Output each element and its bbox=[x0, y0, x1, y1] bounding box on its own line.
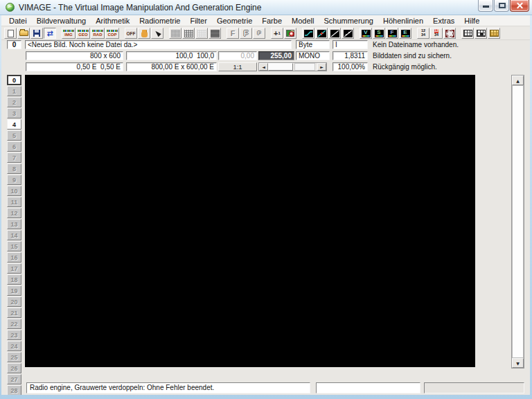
max-value-field[interactable]: 255,00 bbox=[258, 51, 294, 60]
menu-item-extras[interactable]: Extras bbox=[428, 16, 459, 26]
zoom-percent-field[interactable]: 100,00% bbox=[332, 62, 368, 71]
lut-step-button[interactable] bbox=[302, 28, 314, 39]
vertical-scrollbar[interactable]: ▲ ▼ bbox=[511, 75, 524, 369]
image-slot-11[interactable]: 11 bbox=[7, 197, 21, 207]
new-image-button[interactable] bbox=[4, 28, 17, 39]
image-canvas[interactable] bbox=[25, 75, 475, 367]
zoom-scroll-track[interactable] bbox=[294, 63, 315, 71]
lut-s-button[interactable]: S bbox=[373, 28, 385, 39]
raster-dense-button[interactable] bbox=[209, 28, 221, 39]
maximize-button[interactable] bbox=[494, 0, 509, 12]
zoom-scroll-right-icon[interactable]: ► bbox=[317, 63, 326, 71]
data-type-field[interactable]: Byte bbox=[296, 40, 330, 49]
font-small-button[interactable]: F bbox=[253, 28, 265, 39]
image-slot-22[interactable]: 22 bbox=[7, 319, 21, 329]
menu-item-hilfe[interactable]: Hilfe bbox=[459, 16, 484, 26]
cell-table-button[interactable] bbox=[475, 28, 487, 39]
menu-item-bildverwaltung[interactable]: Bildverwaltung bbox=[32, 16, 91, 26]
slot-index-field[interactable]: 0 bbox=[7, 40, 21, 49]
image-slot-8[interactable]: 8 bbox=[7, 163, 21, 174]
image-slot-20[interactable]: 20 bbox=[7, 296, 21, 307]
zoom-scroll-thumb[interactable] bbox=[268, 63, 293, 71]
color-mode-field[interactable]: MONO bbox=[296, 51, 330, 60]
menu-item-arithmetik[interactable]: Arithmetik bbox=[91, 16, 134, 26]
menu-item-farbe[interactable]: Farbe bbox=[257, 16, 287, 26]
menu-item-datei[interactable]: Datei bbox=[4, 16, 32, 26]
minimize-button[interactable] bbox=[478, 0, 493, 12]
value-table-button[interactable]: 1234 bbox=[417, 28, 429, 39]
gamma-field[interactable]: 1,8311 bbox=[332, 51, 368, 60]
image-slot-9[interactable]: 9 bbox=[7, 175, 21, 185]
lut-linear-button[interactable] bbox=[328, 28, 341, 39]
image-slot-5[interactable]: 5 bbox=[7, 130, 21, 141]
image-slot-25[interactable]: 25 bbox=[7, 352, 21, 362]
table-folder-button[interactable] bbox=[488, 28, 500, 39]
pan-hand-button[interactable] bbox=[138, 28, 150, 39]
image-slot-15[interactable]: 15 bbox=[7, 241, 21, 251]
menu-item-radiometrie[interactable]: Radiometrie bbox=[134, 16, 185, 26]
add-point-button[interactable]: +1 bbox=[271, 28, 283, 39]
resolution-field[interactable]: 100,0 100,0 bbox=[126, 51, 217, 60]
menu-item-schummerung[interactable]: Schummerung bbox=[319, 16, 378, 26]
image-slot-7[interactable]: 7 bbox=[7, 152, 21, 163]
title-bar[interactable]: VIMAGE - The Virtual Image Manipulation … bbox=[0, 0, 532, 15]
image-slot-3[interactable]: 3 bbox=[7, 108, 21, 118]
save-image-button[interactable] bbox=[30, 28, 43, 39]
pointer-select-button[interactable] bbox=[151, 28, 163, 39]
cop-data-button[interactable]: COP bbox=[105, 28, 119, 39]
color-image-button[interactable] bbox=[284, 28, 296, 39]
image-slot-0[interactable]: 0 bbox=[7, 75, 21, 85]
lut-marks-button[interactable] bbox=[342, 28, 354, 39]
image-slot-10[interactable]: 10 bbox=[7, 186, 21, 196]
lut-f-button[interactable]: F bbox=[386, 28, 398, 39]
raster-faint-button[interactable] bbox=[195, 28, 208, 39]
font-outline-button[interactable]: F bbox=[240, 28, 252, 39]
vertical-scroll-thumb[interactable] bbox=[512, 85, 524, 358]
image-slot-14[interactable]: 14 bbox=[7, 230, 21, 240]
image-slot-1[interactable]: 1 bbox=[7, 86, 21, 96]
image-slot-16[interactable]: 16 bbox=[7, 252, 21, 263]
image-slot-18[interactable]: 18 bbox=[7, 274, 21, 285]
raster-dither-button[interactable] bbox=[169, 28, 181, 39]
mode-field[interactable]: I bbox=[332, 40, 368, 49]
scroll-down-icon[interactable]: ▼ bbox=[512, 358, 524, 368]
image-slot-6[interactable]: 6 bbox=[7, 141, 21, 152]
grid-table-button[interactable] bbox=[461, 28, 474, 39]
image-slot-21[interactable]: 21 bbox=[7, 308, 21, 318]
font-solid-button[interactable]: F bbox=[227, 28, 239, 39]
menu-item-hoehenlinien[interactable]: Höhenlinien bbox=[378, 16, 428, 26]
image-slot-19[interactable]: 19 bbox=[7, 285, 21, 296]
process-gear-button[interactable] bbox=[443, 28, 456, 39]
zoom-scrollbar[interactable]: ◄ ► bbox=[258, 62, 327, 71]
swap-exchange-button[interactable]: ⇄ bbox=[44, 28, 56, 39]
extent-field[interactable]: 800,00 E x 600,00 E bbox=[126, 62, 217, 71]
zoom-scroll-left-icon[interactable]: ◄ bbox=[259, 63, 268, 71]
overlay-off-button[interactable]: OFF bbox=[125, 28, 137, 39]
lut-e-button[interactable]: E bbox=[399, 28, 411, 39]
rad-data-button[interactable]: RAD bbox=[91, 28, 105, 39]
image-slot-24[interactable]: 24 bbox=[7, 341, 21, 351]
dimensions-field[interactable]: 800 x 600 bbox=[26, 51, 123, 60]
image-title-field[interactable]: <Neues Bild. Noch keine Datei da.> bbox=[25, 40, 292, 49]
image-slot-12[interactable]: 12 bbox=[7, 208, 21, 218]
menu-item-modell[interactable]: Modell bbox=[287, 16, 319, 26]
img-data-button[interactable]: IMG bbox=[62, 28, 76, 39]
image-slot-13[interactable]: 13 bbox=[7, 219, 21, 229]
geo-data-button[interactable]: GEO bbox=[76, 28, 90, 39]
image-slot-17[interactable]: 17 bbox=[7, 263, 21, 274]
pixel-size-field[interactable]: 0,50 E 0,50 E bbox=[26, 62, 123, 71]
value-table-active-button[interactable]: 1234 bbox=[430, 28, 443, 39]
lut-v-button[interactable]: V bbox=[360, 28, 372, 39]
image-slot-23[interactable]: 23 bbox=[7, 330, 21, 340]
menu-item-geometrie[interactable]: Geometrie bbox=[212, 16, 257, 26]
min-value-field[interactable]: 0,00 bbox=[218, 51, 257, 60]
image-slot-4[interactable]: 4 bbox=[7, 119, 21, 130]
image-slot-2[interactable]: 2 bbox=[7, 97, 21, 107]
open-image-button[interactable] bbox=[17, 28, 30, 39]
lut-cross-button[interactable] bbox=[315, 28, 328, 39]
image-slot-26[interactable]: 26 bbox=[7, 363, 21, 373]
raster-pattern-button[interactable] bbox=[182, 28, 195, 39]
scroll-up-icon[interactable]: ▲ bbox=[512, 76, 524, 85]
close-button[interactable] bbox=[510, 0, 529, 12]
scale-1-1-button[interactable]: 1:1 bbox=[218, 62, 257, 71]
